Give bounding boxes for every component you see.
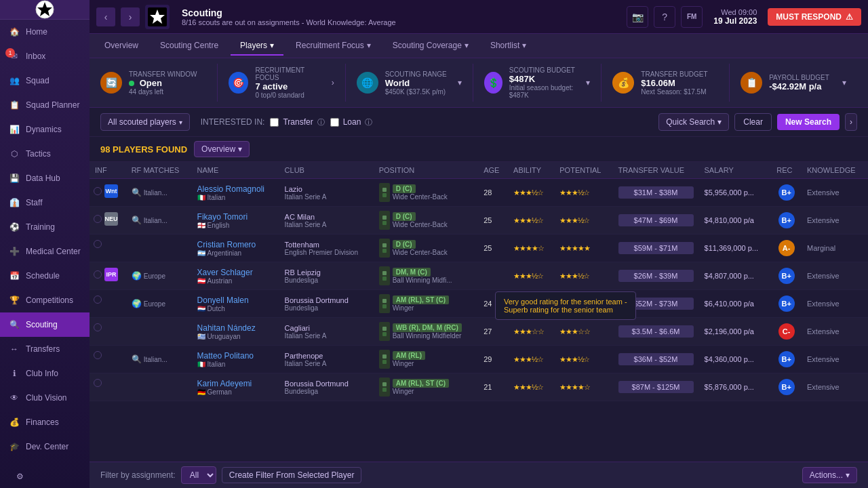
tab-players-arrow: ▾ [270,41,274,50]
sidebar-item-finances[interactable]: 💰Finances [0,410,90,434]
table-header-row: INF RF MATCHES NAME CLUB POSITION AGE AB… [90,162,868,179]
cell-salary: $11,369,000 p... [699,235,772,262]
player-name-link[interactable]: Alessio Romagnoli [197,184,274,194]
cell-knowledge: Extensive [802,318,868,346]
flag-icon: 🇦🇷 [197,249,205,257]
table-row[interactable]: NEU 🔍 Italian... Fikayo Tomori 🏴󠁧󠁢󠁥󠁮󠁧󠁿 E… [90,207,868,235]
sidebar-bottom: ⚙ [0,459,90,488]
table-row[interactable]: Nahitan Nández 🇺🇾 Uruguayan Cagliari Ita… [90,318,868,346]
sidebar-item-dynamics[interactable]: 📊Dynamics [0,117,90,142]
potential-stars: ★★★★★ [559,244,590,252]
camera-button[interactable]: 📷 [627,6,648,28]
player-name-link[interactable]: Cristian Romero [197,240,274,249]
sidebar-item-dev.-center[interactable]: 🎓Dev. Center [0,434,90,459]
transfer-label[interactable]: Transfer [283,117,313,127]
sidebar-item-home[interactable]: 🏠Home [0,20,90,44]
tab-players-label: Players [240,41,267,50]
sidebar-item-tactics[interactable]: ⬡Tactics [0,142,90,166]
sidebar-item-squad[interactable]: 👥Squad [0,68,90,93]
scouted-players-filter[interactable]: All scouted players ▾ [100,113,190,131]
transfer-budget-icon: 💰 [612,72,634,94]
sidebar-item-transfers[interactable]: ↔Transfers [0,337,90,361]
position-badge: D (C) [393,240,416,249]
cell-rec: B+ [771,179,802,207]
transfer-range: $87M - $125M [618,381,694,393]
sidebar-item-schedule[interactable]: 📅Schedule [0,264,90,288]
ability-stars: ★★★½☆ [513,188,543,197]
cell-rf-matches: 🔍 Italian... [126,207,192,235]
row-select[interactable] [94,270,102,279]
sidebar-item-scouting[interactable]: 🔍Scouting [0,312,90,337]
inf-badge: Wnt [104,184,118,198]
fm-button[interactable]: FM [681,6,703,28]
sidebar-item-data-hub[interactable]: 💾Data Hub [0,166,90,190]
player-name-link[interactable]: Xaver Schlager [197,268,274,277]
sidebar-item-settings[interactable]: ⚙ [5,464,84,488]
cell-age: 25 [478,207,508,235]
tab-players[interactable]: Players ▾ [231,37,283,56]
tab-scouting-coverage[interactable]: Scouting Coverage ▾ [383,37,478,56]
must-respond-button[interactable]: MUST RESPOND ⚠ [768,8,861,26]
sidebar-item-squad-planner[interactable]: 📋Squad Planner [0,93,90,117]
transfer-info-icon[interactable]: ⓘ [317,117,325,127]
player-name-link[interactable]: Donyell Malen [197,296,274,305]
sidebar-item-competitions[interactable]: 🏆Competitions [0,288,90,312]
table-row[interactable]: 🔍 Italian... Matteo Politano 🇮🇹 Italian … [90,346,868,373]
inf-badge: IPR [104,268,118,281]
sidebar-item-label: Transfers [26,344,60,354]
actions-button[interactable]: Actions... ▾ [802,467,857,483]
row-select[interactable] [94,187,102,195]
back-button[interactable]: ‹ [96,7,115,26]
expand-button[interactable]: › [845,113,857,131]
status-dot-green [129,81,134,86]
sidebar-item-club-vision[interactable]: 👁Club Vision [0,386,90,410]
row-select[interactable] [94,215,102,223]
cell-position: D (C) Wide Center-Back [374,207,479,235]
tab-recruitment-focus[interactable]: Recruitment Focus ▾ [286,37,380,56]
payroll-budget-arrow[interactable]: ▾ [842,78,846,87]
loan-checkbox[interactable] [330,118,339,127]
sidebar-item-club-info[interactable]: ℹClub Info [0,361,90,386]
tab-scouting-centre[interactable]: Scouting Centre [151,37,228,56]
table-row[interactable]: Wnt 🔍 Italian... Alessio Romagnoli 🇮🇹 It… [90,179,868,207]
overview-button[interactable]: Overview ▾ [194,141,250,157]
forward-button[interactable]: › [121,7,140,26]
potential-stars: ★★★½☆ [559,300,589,308]
table-row[interactable]: IPR 🌍 Europe Xaver Schlager 🇦🇹 Austrian … [90,262,868,290]
row-select[interactable] [94,323,102,331]
row-select[interactable] [94,296,102,304]
player-name-link[interactable]: Fikayo Tomori [197,212,274,222]
player-name-link[interactable]: Nahitan Nández [197,323,274,333]
help-button[interactable]: ? [654,6,675,28]
table-row[interactable]: Karim Adeyemi 🇩🇪 German Borussia Dortmun… [90,373,868,401]
assignment-select[interactable]: All [181,466,216,484]
sidebar-item-medical-center[interactable]: ➕Medical Center [0,239,90,264]
table-row[interactable]: 🌍 Europe Donyell Malen 🇳🇱 Dutch Borussia… [90,290,868,318]
player-name-link[interactable]: Karim Adeyemi [197,379,274,388]
quick-search-button[interactable]: Quick Search ▾ [658,113,729,131]
sidebar-item-inbox[interactable]: 1✉Inbox [0,44,90,68]
row-select[interactable] [94,240,102,248]
club-badge [145,5,170,29]
transfer-checkbox[interactable] [270,118,279,127]
sidebar-item-staff[interactable]: 👔Staff [0,190,90,215]
position-badge: WB (R), DM, M (RC) [393,323,462,332]
tab-overview[interactable]: Overview [95,37,148,56]
sidebar-item-training[interactable]: ⚽Training [0,215,90,239]
sidebar: 🏠Home1✉Inbox👥Squad📋Squad Planner📊Dynamic… [0,0,90,488]
cell-club: Parthenope Italian Serie A [279,346,374,373]
new-search-button[interactable]: New Search [777,114,840,130]
scouting-budget-arrow[interactable]: ▾ [586,78,590,87]
row-select[interactable] [94,379,102,387]
tab-shortlist[interactable]: Shortlist ▾ [481,37,536,56]
recruitment-arrow[interactable]: › [332,78,334,87]
create-filter-button[interactable]: Create Filter From Selected Player [222,467,362,483]
player-name-link[interactable]: Matteo Politano [197,351,274,361]
cell-club: Tottenham English Premier Division [279,235,374,262]
table-row[interactable]: Cristian Romero 🇦🇷 Argentinian Tottenham… [90,235,868,262]
loan-info-icon[interactable]: ⓘ [365,117,372,127]
row-select[interactable] [94,351,102,359]
clear-button[interactable]: Clear [734,113,772,131]
scouting-range-arrow[interactable]: ▾ [458,78,462,87]
loan-label[interactable]: Loan [343,117,361,127]
